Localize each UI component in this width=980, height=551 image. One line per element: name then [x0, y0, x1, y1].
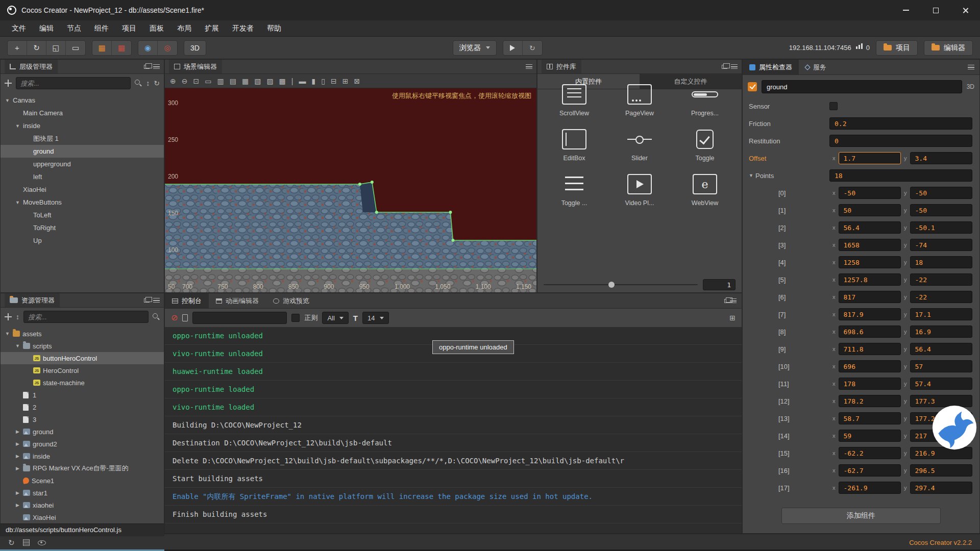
panel-menu-icon[interactable]: [731, 64, 738, 69]
menu-item[interactable]: 项目: [115, 20, 143, 36]
widget-zoom-value[interactable]: 1: [703, 279, 736, 290]
node-active-checkbox[interactable]: [748, 82, 757, 91]
asset-row[interactable]: ▶ star1: [1, 487, 164, 499]
widget-library-tab[interactable]: 控件库: [542, 60, 581, 73]
tree-arrow-icon[interactable]: ▶: [15, 490, 20, 495]
tilemap-tool-button[interactable]: ▦: [112, 41, 131, 55]
asset-row[interactable]: state-machine: [1, 377, 164, 389]
scene-tool-icon[interactable]: ⊕: [170, 78, 176, 85]
expand-all-icon[interactable]: ↕: [146, 80, 150, 87]
scene-editor-tab[interactable]: 场景编辑器: [169, 60, 222, 73]
refresh-icon[interactable]: ↻: [154, 80, 160, 87]
scene-tool-icon[interactable]: ⊠: [354, 78, 360, 85]
tab-game-preview[interactable]: 游戏预览: [266, 293, 316, 308]
menu-item[interactable]: 帮助: [260, 20, 288, 36]
point-x-field[interactable]: 56.4: [839, 221, 901, 234]
eye-icon[interactable]: [38, 540, 46, 545]
widget-item[interactable]: PageView: [607, 82, 672, 117]
point-y-field[interactable]: -22: [910, 273, 973, 286]
tree-arrow-icon[interactable]: ▶: [15, 466, 20, 471]
point-y-field[interactable]: -50: [910, 187, 973, 199]
tree-arrow-icon[interactable]: ▼: [15, 200, 20, 205]
console-log-line[interactable]: Finish building assets: [165, 506, 742, 523]
float-panel-icon[interactable]: [144, 298, 150, 303]
menu-item[interactable]: 组件: [88, 20, 115, 36]
scene-tool-icon[interactable]: ▤: [230, 78, 236, 85]
menu-item[interactable]: 节点: [60, 20, 88, 36]
scene-tool-icon[interactable]: ▨: [266, 78, 273, 85]
asset-row[interactable]: ▶ ground: [1, 425, 164, 438]
widget-item[interactable]: Video Pl...: [607, 172, 672, 207]
point-y-field[interactable]: 18: [910, 256, 973, 268]
float-panel-icon[interactable]: [144, 65, 150, 69]
point-y-field[interactable]: 16.9: [910, 325, 973, 338]
widget-item[interactable]: EditBox: [542, 127, 607, 162]
add-node-button[interactable]: [5, 80, 12, 87]
menu-item[interactable]: 文件: [5, 20, 33, 36]
popout-icon[interactable]: ⊞: [729, 314, 736, 321]
scene-tool-icon[interactable]: ▬: [299, 78, 306, 85]
hierarchy-node-row[interactable]: 图块层 1: [1, 132, 164, 145]
scene-tool-icon[interactable]: ▧: [254, 78, 261, 85]
points-count-field[interactable]: 18: [829, 169, 972, 182]
scene-tool-icon[interactable]: |: [291, 78, 293, 85]
hierarchy-node-row[interactable]: ▼ MoveButtons: [1, 196, 164, 209]
log-level-select[interactable]: All: [322, 312, 348, 324]
console-log-line[interactable]: Destination D:\COCO\NewProject_12\build\…: [165, 434, 742, 452]
transform-tool-button[interactable]: ▭: [66, 41, 85, 55]
tree-arrow-icon[interactable]: ▼: [15, 123, 20, 129]
open-log-file-icon[interactable]: [182, 314, 188, 321]
console-log-line[interactable]: Building D:\COCO\NewProject_12: [165, 416, 742, 434]
hierarchy-node-row[interactable]: left: [1, 170, 164, 183]
tab-service[interactable]: 服务: [799, 60, 833, 74]
tree-arrow-icon[interactable]: ▶: [15, 441, 20, 446]
point-x-field[interactable]: 817: [839, 291, 901, 303]
tree-arrow-icon[interactable]: ▶: [15, 429, 20, 434]
font-size-select[interactable]: 14: [362, 312, 388, 324]
menu-item[interactable]: 开发者: [226, 20, 260, 36]
menu-item[interactable]: 扩展: [198, 20, 226, 36]
point-x-field[interactable]: 58.7: [839, 412, 901, 424]
panel-menu-icon[interactable]: [526, 64, 532, 69]
point-x-field[interactable]: 50: [839, 204, 901, 216]
asset-row[interactable]: ▶ RPG Marker VX Ace自带-里面的: [1, 462, 164, 474]
minimize-button[interactable]: [891, 0, 921, 20]
hierarchy-search-input[interactable]: [16, 77, 131, 89]
scene-tool-icon[interactable]: ▮: [311, 78, 315, 85]
maximize-button[interactable]: [921, 0, 950, 20]
panel-menu-icon[interactable]: [968, 65, 974, 69]
refresh-icon[interactable]: ↻: [8, 538, 15, 547]
tree-arrow-icon[interactable]: ▼: [5, 331, 10, 336]
widget-item[interactable]: ScrollView: [542, 82, 607, 117]
console-log-line[interactable]: oppo-runtime loaded: [165, 381, 742, 398]
scene-tool-icon[interactable]: ▯: [321, 78, 325, 85]
close-button[interactable]: [950, 0, 980, 20]
slider-knob[interactable]: [608, 282, 615, 288]
asset-row[interactable]: buttonHeroControl: [1, 352, 164, 364]
mode-3d-toggle[interactable]: 3D: [184, 40, 206, 56]
point-x-field[interactable]: 711.8: [839, 343, 901, 355]
point-y-field[interactable]: -22: [910, 291, 973, 303]
point-y-field[interactable]: -50.1: [910, 221, 973, 234]
misc-tool-button[interactable]: ◉: [138, 41, 158, 55]
widget-item[interactable]: Slider: [607, 127, 672, 162]
console-filter-input[interactable]: [192, 312, 287, 324]
play-button[interactable]: [503, 41, 523, 55]
panel-menu-icon[interactable]: [153, 64, 160, 69]
widget-item[interactable]: Progres...: [672, 82, 738, 117]
point-x-field[interactable]: -50: [839, 187, 901, 199]
asset-row[interactable]: 1: [1, 389, 164, 401]
tree-arrow-icon[interactable]: ▶: [15, 454, 20, 459]
point-x-field[interactable]: 59: [839, 430, 901, 442]
float-panel-icon[interactable]: [724, 299, 730, 303]
asset-row[interactable]: 2: [1, 401, 164, 413]
point-x-field[interactable]: 178: [839, 378, 901, 390]
hierarchy-node-row[interactable]: XiaoHei: [1, 183, 164, 196]
scene-tool-icon[interactable]: ▭: [205, 78, 211, 85]
point-x-field[interactable]: -62.2: [839, 447, 901, 459]
console-log-line[interactable]: Delete D:\COCO\NewProject_12\build\jsb-d…: [165, 452, 742, 470]
points-collapse-icon[interactable]: ▼: [749, 173, 755, 178]
scene-viewport[interactable]: 使用鼠标右键平移视窗焦点，使用滚轮缩放视图 30025020015010050 …: [165, 88, 536, 292]
hierarchy-node-row[interactable]: ▼ Canvas: [1, 94, 164, 107]
point-x-field[interactable]: 1658: [839, 239, 901, 251]
